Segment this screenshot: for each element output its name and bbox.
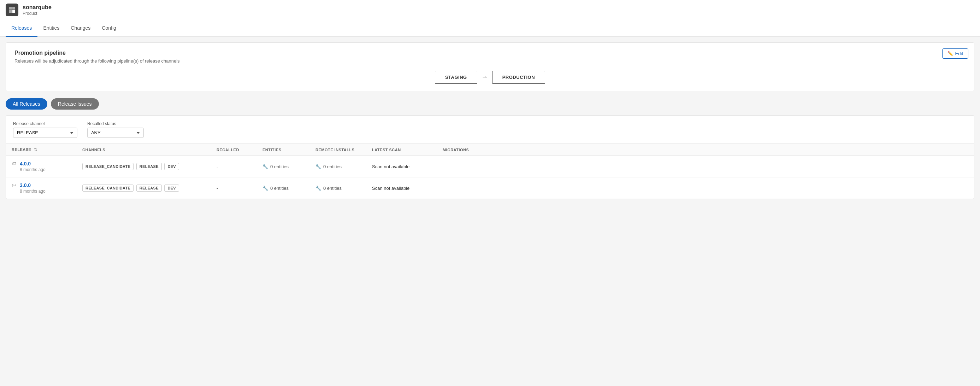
channel-badge-rc-2: RELEASE_CANDIDATE	[82, 185, 134, 191]
migrations-cell-2	[437, 177, 974, 199]
pencil-icon: ✏️	[948, 51, 953, 56]
pipeline-diagram: STAGING → PRODUCTION	[14, 71, 966, 84]
stage-staging: STAGING	[435, 71, 477, 84]
channel-badge-release-1: RELEASE	[136, 163, 162, 170]
release-cell-1: 🏷 4.0.0 8 months ago	[6, 156, 77, 177]
pipeline-subtitle: Releases will be adjudicated through the…	[14, 58, 966, 64]
table-row: 🏷 3.0.0 8 months ago RELEASE_CANDIDATE R…	[6, 177, 974, 199]
col-latest-scan: LATEST SCAN	[366, 144, 437, 156]
entities-cell-1: 🔧 0 entities	[257, 156, 310, 177]
channel-badge-rc-1: RELEASE_CANDIDATE	[82, 163, 134, 170]
entities-cell-2: 🔧 0 entities	[257, 177, 310, 199]
all-releases-button[interactable]: All Releases	[6, 98, 47, 110]
releases-table: RELEASE ⇅ CHANNELS RECALLED ENTITIES REM…	[6, 144, 974, 199]
channels-cell-2: RELEASE_CANDIDATE RELEASE DEV	[77, 177, 211, 199]
entities-tool-icon-1: 🔧	[262, 164, 268, 169]
latest-scan-cell-1: Scan not available	[366, 156, 437, 177]
nav-tabs: Releases Entities Changes Config	[0, 20, 980, 37]
pipeline-title: Promotion pipeline	[14, 50, 966, 56]
latest-scan-cell-2: Scan not available	[366, 177, 437, 199]
remote-installs-cell-2: 🔧 0 entities	[310, 177, 366, 199]
recalled-cell-1: -	[211, 156, 257, 177]
filter-buttons: All Releases Release Issues	[6, 98, 974, 110]
tab-config[interactable]: Config	[96, 20, 121, 37]
recalled-status-filter: Recalled status ANY RECALLED NOT RECALLE…	[87, 121, 144, 138]
table-row: 🏷 4.0.0 8 months ago RELEASE_CANDIDATE R…	[6, 156, 974, 177]
recalled-status-select[interactable]: ANY RECALLED NOT RECALLED	[87, 128, 144, 138]
app-header: sonarqube Product	[0, 0, 980, 20]
tag-icon: 🏷	[12, 182, 16, 188]
col-remote-installs: REMOTE INSTALLS	[310, 144, 366, 156]
svg-rect-2	[9, 10, 12, 13]
stage-production: PRODUCTION	[492, 71, 545, 84]
pipeline-arrow-icon: →	[482, 73, 488, 81]
release-version-2[interactable]: 3.0.0	[20, 182, 46, 188]
filters-row: Release channel RELEASE STAGING PRODUCTI…	[6, 116, 974, 144]
remote-tool-icon-1: 🔧	[315, 164, 321, 169]
app-subtitle: Product	[22, 11, 52, 16]
pipeline-card: Promotion pipeline Releases will be adju…	[6, 42, 974, 91]
release-version-1[interactable]: 4.0.0	[20, 161, 46, 166]
svg-rect-1	[13, 7, 15, 10]
recalled-status-label: Recalled status	[87, 121, 144, 126]
release-channel-label: Release channel	[13, 121, 77, 126]
col-channels: CHANNELS	[77, 144, 211, 156]
app-name: sonarqube	[22, 4, 52, 11]
col-entities: ENTITIES	[257, 144, 310, 156]
tag-icon: 🏷	[12, 161, 16, 166]
tab-entities[interactable]: Entities	[37, 20, 65, 37]
sort-icon[interactable]: ⇅	[34, 147, 37, 152]
release-cell-2: 🏷 3.0.0 8 months ago	[6, 177, 77, 199]
tab-changes[interactable]: Changes	[65, 20, 96, 37]
channels-cell-1: RELEASE_CANDIDATE RELEASE DEV	[77, 156, 211, 177]
main-content: Promotion pipeline Releases will be adju…	[0, 37, 980, 205]
releases-card: Release channel RELEASE STAGING PRODUCTI…	[6, 115, 974, 199]
release-issues-button[interactable]: Release Issues	[51, 98, 99, 110]
release-time-2: 8 months ago	[20, 189, 46, 194]
remote-tool-icon-2: 🔧	[315, 186, 321, 191]
channel-badge-release-2: RELEASE	[136, 185, 162, 191]
remote-installs-cell-1: 🔧 0 entities	[310, 156, 366, 177]
edit-button[interactable]: ✏️ Edit	[942, 48, 968, 59]
release-time-1: 8 months ago	[20, 167, 46, 172]
tab-releases[interactable]: Releases	[6, 20, 37, 37]
app-logo	[6, 3, 18, 16]
release-channel-filter: Release channel RELEASE STAGING PRODUCTI…	[13, 121, 77, 138]
col-recalled: RECALLED	[211, 144, 257, 156]
table-header-row: RELEASE ⇅ CHANNELS RECALLED ENTITIES REM…	[6, 144, 974, 156]
migrations-cell-1	[437, 156, 974, 177]
channel-badge-dev-2: DEV	[164, 185, 179, 191]
channel-badge-dev-1: DEV	[164, 163, 179, 170]
release-channel-select[interactable]: RELEASE STAGING PRODUCTION DEV RELEASE_C…	[13, 128, 77, 138]
col-release: RELEASE ⇅	[6, 144, 77, 156]
svg-rect-0	[9, 7, 12, 10]
svg-rect-3	[13, 10, 15, 13]
col-migrations: MIGRATIONS	[437, 144, 974, 156]
recalled-cell-2: -	[211, 177, 257, 199]
entities-tool-icon-2: 🔧	[262, 186, 268, 191]
